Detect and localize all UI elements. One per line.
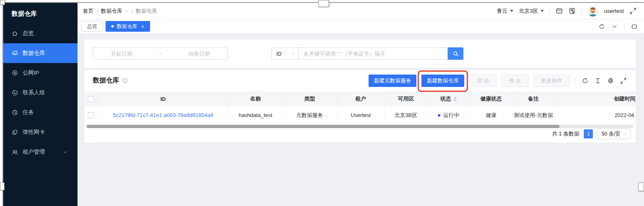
region-name: 北京3区 bbox=[519, 7, 538, 15]
sidebar-item-contact-group[interactable]: 联系人组 bbox=[3, 83, 78, 103]
select-all-checkbox[interactable] bbox=[88, 96, 94, 102]
table-card: 数据仓库 新建元数据服务 新建数据仓库 启 动 停 止 更多操作 bbox=[85, 70, 636, 143]
section-title-text: 数据仓库 bbox=[93, 76, 119, 85]
column-header-id[interactable]: ID bbox=[98, 91, 229, 106]
sidebar-item-tenant-management[interactable]: 租户管理 bbox=[3, 142, 78, 162]
page-size-select[interactable]: 50 条/页 bbox=[597, 129, 631, 139]
sidebar-item-label: 总览 bbox=[23, 30, 34, 37]
sidebar: 数据仓库 总览 数据仓库 公网IP 联系人组 任务 弹性网卡 租户管理 bbox=[3, 3, 78, 206]
tab-overview[interactable]: 总览 bbox=[81, 21, 103, 32]
row-health: 健康 bbox=[470, 106, 512, 124]
column-header-type[interactable]: 类型 bbox=[282, 91, 337, 106]
breadcrumb-separator: / bbox=[96, 8, 98, 14]
maximize-icon[interactable] bbox=[631, 23, 637, 30]
resize-handle-bottom-right[interactable] bbox=[638, 183, 644, 191]
create-metadata-service-button[interactable]: 新建元数据服务 bbox=[369, 75, 416, 87]
breadcrumb-parent[interactable]: 数据仓库 bbox=[101, 7, 122, 15]
chevron-down-icon bbox=[623, 132, 628, 136]
divider bbox=[550, 8, 550, 14]
row-height-icon[interactable] bbox=[595, 77, 601, 84]
column-header-tenant[interactable]: 租户 bbox=[337, 91, 385, 106]
column-header-zone[interactable]: 可用区 bbox=[385, 91, 428, 106]
close-icon[interactable]: × bbox=[141, 24, 144, 29]
section-title: 数据仓库 bbox=[93, 76, 128, 85]
viewport-left-line bbox=[2, 2, 3, 206]
sidebar-item-label: 联系人组 bbox=[23, 89, 45, 96]
caret-down-icon bbox=[541, 10, 544, 12]
breadcrumb-current: 数据仓库 bbox=[136, 7, 157, 15]
start-date-input[interactable] bbox=[97, 51, 146, 57]
resize-handle-top-left[interactable] bbox=[0, 0, 5, 5]
sidebar-item-elastic-nic[interactable]: 弹性网卡 bbox=[3, 122, 78, 142]
row-zone: 北京3B区 bbox=[385, 106, 428, 124]
start-button[interactable]: 启 动 bbox=[469, 75, 496, 87]
date-range-picker[interactable]: ~ bbox=[93, 47, 228, 60]
horizontal-scrollbar-thumb[interactable] bbox=[87, 125, 559, 128]
warehouse-icon bbox=[12, 50, 18, 56]
sidebar-item-tasks[interactable]: 任务 bbox=[3, 103, 78, 122]
main-area: 首页 / 数据仓库 / 数据仓库 青云 北京3区 bbox=[78, 3, 644, 206]
search-field-select[interactable]: ID bbox=[271, 47, 298, 60]
resize-handle-bottom-left[interactable] bbox=[0, 183, 5, 190]
horizontal-scrollbar[interactable] bbox=[87, 125, 633, 128]
work-order-icon[interactable] bbox=[569, 7, 576, 14]
column-header-health[interactable]: 健康状态 bbox=[470, 91, 512, 106]
chevron-down-icon[interactable] bbox=[611, 23, 618, 30]
sidebar-item-label: 租户管理 bbox=[23, 148, 45, 156]
sidebar-item-label: 数据仓库 bbox=[23, 49, 45, 57]
expand-icon[interactable] bbox=[620, 77, 627, 84]
table-tool-icons bbox=[582, 77, 627, 84]
column-header-remark[interactable]: 备注 bbox=[512, 91, 555, 106]
row-id-link[interactable]: 5c2179fd-71c7-41e1-a003-78a9d91854a9 bbox=[113, 112, 214, 118]
stop-button[interactable]: 停 止 bbox=[501, 75, 529, 87]
search-group: ID bbox=[271, 47, 463, 60]
sidebar-item-label: 公网IP bbox=[23, 69, 39, 77]
divider bbox=[624, 23, 625, 30]
row-tenant: Usertest bbox=[337, 106, 385, 124]
end-date-input[interactable] bbox=[175, 51, 223, 57]
topbar: 首页 / 数据仓库 / 数据仓库 青云 北京3区 bbox=[78, 3, 644, 19]
row-checkbox[interactable] bbox=[88, 112, 94, 118]
column-header-status[interactable]: 状态 bbox=[428, 91, 470, 106]
chevron-down-icon[interactable] bbox=[125, 9, 129, 13]
column-header-name[interactable]: 名称 bbox=[229, 91, 282, 106]
console-app: 数据仓库 总览 数据仓库 公网IP 联系人组 任务 弹性网卡 租户管理 bbox=[3, 3, 644, 206]
org-selector[interactable]: 青云 bbox=[497, 7, 513, 15]
page-1-button[interactable]: 1 bbox=[584, 129, 593, 138]
refresh-icon[interactable] bbox=[599, 23, 605, 30]
info-icon[interactable] bbox=[122, 78, 128, 84]
pagination: 共 1 条数据 1 50 条/页 bbox=[552, 128, 631, 140]
search-button[interactable] bbox=[448, 47, 463, 60]
chevron-down-icon bbox=[291, 52, 295, 56]
tab-label: 数据仓库 bbox=[117, 23, 137, 30]
region-selector[interactable]: 北京3区 bbox=[519, 7, 544, 15]
sidebar-item-overview[interactable]: 总览 bbox=[3, 23, 78, 43]
gear-icon[interactable] bbox=[607, 77, 614, 84]
more-actions-button[interactable]: 更多操作 bbox=[534, 75, 570, 87]
keyword-input[interactable] bbox=[298, 47, 448, 60]
chevron-down-icon bbox=[63, 150, 67, 154]
home-icon bbox=[12, 30, 18, 37]
sort-icon[interactable] bbox=[454, 96, 457, 101]
caret-down-icon bbox=[510, 10, 513, 12]
resize-handle-top-center[interactable] bbox=[318, 0, 329, 7]
column-header-created[interactable]: 创建时间 bbox=[555, 91, 636, 106]
page-size-value: 50 条/页 bbox=[602, 131, 620, 138]
sidebar-item-data-warehouse[interactable]: 数据仓库 bbox=[3, 43, 78, 63]
username[interactable]: usertest bbox=[604, 8, 624, 14]
tab-data-warehouse[interactable]: 数据仓库 × bbox=[106, 21, 150, 32]
divider bbox=[575, 77, 575, 84]
refresh-icon[interactable] bbox=[582, 77, 588, 84]
table-row: 5c2179fd-71c7-41e1-a003-78a9d91854a9 has… bbox=[85, 106, 636, 124]
avatar[interactable] bbox=[588, 6, 598, 16]
card-head: 数据仓库 新建元数据服务 新建数据仓库 启 动 停 止 更多操作 bbox=[85, 70, 636, 91]
search-field-value: ID bbox=[276, 51, 282, 57]
content: ~ ID 数据仓库 bbox=[78, 34, 644, 206]
create-data-warehouse-button[interactable]: 新建数据仓库 bbox=[421, 75, 464, 87]
breadcrumb-home[interactable]: 首页 bbox=[83, 7, 94, 15]
sidebar-item-public-ip[interactable]: 公网IP bbox=[3, 63, 78, 83]
fullscreen-icon[interactable] bbox=[630, 7, 637, 14]
breadcrumb-separator: / bbox=[132, 8, 133, 14]
tenant-icon bbox=[12, 149, 18, 155]
billing-icon[interactable] bbox=[556, 7, 563, 14]
